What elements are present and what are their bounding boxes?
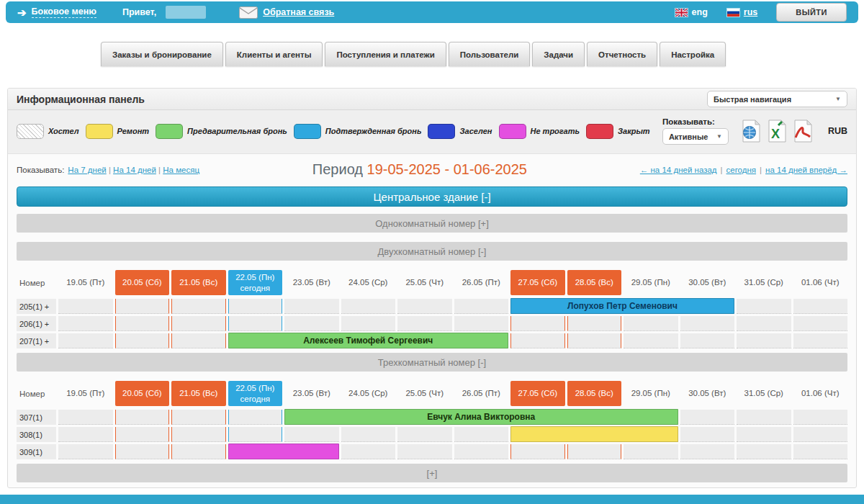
day-cell[interactable] (397, 316, 452, 331)
today-link[interactable]: сегодня (726, 166, 757, 174)
day-cell[interactable] (737, 427, 791, 442)
day-cell[interactable] (228, 316, 283, 331)
room-label[interactable]: 207(1) + (17, 333, 56, 348)
section-bar-two-room[interactable]: Двухкомнатный номер [-] (17, 242, 847, 261)
day-cell[interactable] (58, 299, 113, 314)
day-cell[interactable] (510, 444, 565, 459)
day-cell[interactable] (454, 299, 509, 314)
day-cell[interactable] (454, 444, 509, 459)
html-export-icon[interactable] (740, 120, 762, 143)
uk-flag-icon[interactable] (675, 8, 688, 17)
section-bar-collapsed-bottom[interactable]: [+] (17, 464, 847, 482)
day-cell[interactable] (171, 299, 226, 314)
excel-export-icon[interactable]: X (766, 120, 788, 143)
day-cell[interactable] (737, 333, 791, 348)
day-cell[interactable] (115, 333, 170, 348)
day-cell[interactable] (793, 410, 848, 425)
day-cell[interactable] (624, 316, 678, 331)
nav-tab[interactable]: Пользователи (449, 42, 531, 66)
day-cell[interactable] (341, 299, 396, 314)
nav-tab[interactable]: Заказы и бронирование (101, 42, 223, 66)
range-link[interactable]: На месяц (163, 166, 199, 174)
day-cell[interactable] (341, 444, 396, 459)
booking-bar[interactable] (510, 426, 678, 442)
day-cell[interactable] (171, 410, 226, 425)
day-cell[interactable] (680, 444, 735, 459)
day-cell[interactable] (510, 316, 565, 331)
day-cell[interactable] (680, 410, 735, 425)
day-cell[interactable] (624, 444, 678, 459)
day-cell[interactable] (58, 444, 113, 459)
day-cell[interactable] (567, 444, 622, 459)
day-cell[interactable] (115, 427, 170, 442)
day-cell[interactable] (793, 316, 848, 331)
day-cell[interactable] (680, 333, 735, 348)
day-cell[interactable] (397, 427, 452, 442)
side-menu-link[interactable]: Боковое меню (32, 6, 96, 18)
nav-tab[interactable]: Настройка (660, 42, 726, 66)
range-link[interactable]: На 14 дней (113, 166, 156, 174)
day-cell[interactable] (228, 427, 283, 442)
day-cell[interactable] (58, 410, 113, 425)
feedback-link[interactable]: Обратная связь (263, 7, 334, 17)
day-cell[interactable] (284, 316, 339, 331)
day-cell[interactable] (284, 427, 339, 442)
nav-tab[interactable]: Отчетность (587, 42, 657, 66)
booking-bar[interactable]: Алексеев Тимофей Сергеевич (228, 333, 509, 348)
day-cell[interactable] (737, 299, 791, 314)
day-cell[interactable] (397, 444, 452, 459)
day-cell[interactable] (58, 333, 113, 348)
day-cell[interactable] (115, 444, 170, 459)
quick-navigation-select[interactable]: Быстрая навигация▼ (707, 91, 847, 107)
booking-bar[interactable]: Евчук Алина Викторовна (284, 409, 678, 425)
day-cell[interactable] (171, 444, 226, 459)
day-cell[interactable] (793, 299, 848, 314)
forward-14-days-link[interactable]: на 14 дней вперёд → (765, 166, 847, 174)
show-filter-select[interactable]: Активные▼ (662, 128, 729, 145)
room-label[interactable]: 309(1) (17, 444, 56, 459)
room-label[interactable]: 205(1) + (17, 299, 56, 314)
booking-bar[interactable] (228, 444, 339, 459)
day-cell[interactable] (793, 444, 848, 459)
day-cell[interactable] (228, 299, 283, 314)
day-cell[interactable] (737, 316, 791, 331)
day-cell[interactable] (58, 427, 113, 442)
day-cell[interactable] (793, 427, 848, 442)
back-14-days-link[interactable]: ← на 14 дней назад (640, 166, 717, 174)
building-header-bar[interactable]: Центральное здание [-] (17, 186, 847, 207)
lang-eng[interactable]: eng (692, 7, 708, 17)
day-cell[interactable] (680, 427, 735, 442)
lang-rus[interactable]: rus (744, 7, 757, 17)
nav-tab[interactable]: Задачи (532, 42, 585, 66)
booking-bar[interactable]: Лопухов Петр Семенович (510, 298, 734, 314)
day-cell[interactable] (115, 316, 170, 331)
day-cell[interactable] (58, 316, 113, 331)
day-cell[interactable] (737, 444, 791, 459)
day-cell[interactable] (737, 410, 791, 425)
section-bar-three-room[interactable]: Трехкомнатный номер [-] (17, 353, 847, 372)
day-cell[interactable] (171, 316, 226, 331)
nav-tab[interactable]: Поступления и платежи (325, 42, 446, 66)
day-cell[interactable] (341, 316, 396, 331)
day-cell[interactable] (793, 333, 848, 348)
day-cell[interactable] (115, 410, 170, 425)
day-cell[interactable] (171, 333, 226, 348)
pdf-export-icon[interactable] (792, 120, 814, 143)
day-cell[interactable] (454, 316, 509, 331)
section-bar-one-room[interactable]: Однокомнатный номер [+] (17, 214, 847, 233)
day-cell[interactable] (228, 410, 283, 425)
day-cell[interactable] (171, 427, 226, 442)
day-cell[interactable] (624, 333, 678, 348)
day-cell[interactable] (454, 427, 509, 442)
room-label[interactable]: 308(1) (17, 427, 56, 442)
day-cell[interactable] (115, 299, 170, 314)
room-label[interactable]: 307(1) (17, 410, 56, 425)
day-cell[interactable] (567, 333, 622, 348)
day-cell[interactable] (284, 299, 339, 314)
day-cell[interactable] (341, 427, 396, 442)
day-cell[interactable] (397, 299, 452, 314)
day-cell[interactable] (567, 316, 622, 331)
nav-tab[interactable]: Клиенты и агенты (225, 42, 323, 66)
day-cell[interactable] (680, 316, 735, 331)
ru-flag-icon[interactable] (726, 8, 740, 17)
